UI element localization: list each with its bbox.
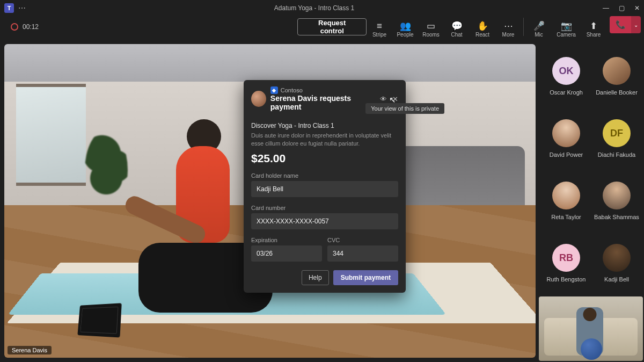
share-button[interactable]: ⬆ Share bbox=[581, 16, 606, 38]
participant-photo-avatar bbox=[603, 244, 631, 272]
participant-tile[interactable]: David Power bbox=[541, 107, 591, 170]
participant-name: Diachi Fakuda bbox=[598, 151, 635, 158]
participant-tile[interactable]: Kadji Bell bbox=[591, 232, 642, 294]
participant-name: Babak Shammas bbox=[594, 214, 639, 220]
camera-icon: 📷 bbox=[561, 21, 572, 31]
presenter-name-tag: Serena Davis bbox=[8, 346, 52, 354]
privacy-icon[interactable]: 👁 bbox=[380, 95, 387, 103]
participant-initials-avatar: DF bbox=[603, 119, 631, 147]
record-icon bbox=[11, 23, 18, 31]
share-icon: ⬆ bbox=[590, 21, 597, 31]
rooms-icon: ▭ bbox=[427, 21, 435, 31]
mic-button[interactable]: 🎤 Mic bbox=[526, 16, 552, 38]
participant-initials-avatar: RB bbox=[552, 244, 580, 272]
participant-tile[interactable]: OKOscar Krogh bbox=[541, 45, 591, 107]
cardholder-label: Card holder name bbox=[251, 172, 398, 179]
cvc-input[interactable] bbox=[327, 245, 398, 262]
teams-logo-icon: T bbox=[4, 3, 14, 13]
stripe-app-button[interactable]: ≡ Stripe bbox=[367, 16, 392, 38]
participant-name: Danielle Booker bbox=[596, 89, 638, 96]
cardnumber-label: Card number bbox=[251, 205, 398, 211]
participant-roster: OKOscar KroghDanielle BookerDavid PowerD… bbox=[539, 44, 644, 294]
react-button[interactable]: ✋ React bbox=[470, 16, 495, 38]
payment-amount: $25.00 bbox=[251, 152, 398, 165]
participant-tile[interactable]: Babak Shammas bbox=[591, 170, 642, 232]
people-button[interactable]: 👥 People bbox=[392, 16, 418, 38]
requester-avatar bbox=[251, 91, 266, 107]
camera-button[interactable]: 📷 Camera bbox=[552, 16, 581, 38]
recording-indicator: 00:12 bbox=[11, 23, 39, 31]
chat-icon: 💬 bbox=[451, 21, 463, 31]
participant-name: David Power bbox=[550, 151, 583, 158]
participant-tile[interactable]: DFDiachi Fakuda bbox=[591, 107, 642, 170]
window-minimize-button[interactable]: — bbox=[603, 4, 609, 12]
cardholder-input[interactable] bbox=[251, 181, 398, 197]
toolbar-separator bbox=[523, 18, 524, 36]
app-menu-ellipsis[interactable]: ⋯ bbox=[18, 4, 26, 12]
participant-photo-avatar bbox=[603, 182, 631, 209]
window-close-button[interactable]: ✕ bbox=[634, 4, 640, 12]
participant-name: Ruth Bengston bbox=[547, 276, 586, 283]
participant-photo-avatar bbox=[552, 119, 580, 147]
window-maximize-button[interactable]: ▢ bbox=[619, 4, 625, 12]
close-modal-button[interactable]: ✕ bbox=[392, 95, 398, 103]
participant-photo-avatar bbox=[552, 182, 580, 209]
more-button[interactable]: ⋯ More bbox=[495, 16, 521, 38]
leave-button[interactable]: 📞 bbox=[610, 16, 631, 33]
meeting-toolbar: 00:12 Request control ≡ Stripe 👥 People … bbox=[0, 16, 644, 38]
mic-icon: 🎤 bbox=[533, 21, 545, 31]
participant-tile[interactable]: Reta Taylor bbox=[541, 170, 591, 232]
submit-payment-button[interactable]: Submit payment bbox=[333, 270, 398, 285]
help-button[interactable]: Help bbox=[302, 270, 329, 285]
request-control-button[interactable]: Request control bbox=[297, 18, 367, 35]
hangup-icon: 📞 bbox=[616, 20, 626, 30]
more-icon: ⋯ bbox=[504, 21, 513, 31]
participant-tile[interactable]: Danielle Booker bbox=[591, 45, 642, 107]
recording-elapsed: 00:12 bbox=[23, 23, 39, 31]
product-description: Duis aute irure dolor in reprehenderit i… bbox=[251, 132, 398, 148]
leave-split-button: 📞 ⌄ bbox=[610, 16, 641, 33]
cvc-label: CVC bbox=[327, 237, 398, 243]
self-video-tile[interactable] bbox=[539, 296, 643, 361]
vendor-name: Contoso bbox=[281, 87, 303, 93]
chevron-down-icon: ⌄ bbox=[634, 22, 638, 28]
window-title: Adatum Yoga - Intro Class 1 bbox=[26, 4, 603, 12]
participant-name: Reta Taylor bbox=[551, 214, 581, 220]
expiration-input[interactable] bbox=[251, 245, 322, 262]
product-title: Discover Yoga - Intro Class 1 bbox=[251, 122, 398, 129]
expiration-label: Expiration bbox=[251, 237, 322, 243]
cardnumber-input[interactable] bbox=[251, 213, 398, 229]
payment-request-card: ◆ Contoso Serena Davis requests payment … bbox=[244, 80, 406, 293]
rooms-button[interactable]: ▭ Rooms bbox=[418, 16, 444, 38]
leave-options-button[interactable]: ⌄ bbox=[631, 16, 641, 33]
chat-button[interactable]: 💬 Chat bbox=[444, 16, 470, 38]
participant-photo-avatar bbox=[603, 57, 631, 85]
stripe-icon: ≡ bbox=[377, 21, 382, 31]
people-icon: 👥 bbox=[400, 21, 411, 31]
app-badge-icon: ◆ bbox=[270, 86, 278, 94]
participant-name: Oscar Krogh bbox=[550, 89, 583, 96]
participant-name: Kadji Bell bbox=[604, 276, 629, 283]
window-title-bar: T ⋯ Adatum Yoga - Intro Class 1 — ▢ ✕ bbox=[0, 0, 644, 16]
privacy-tooltip: Your view of this is private bbox=[365, 103, 444, 114]
participant-tile[interactable]: RBRuth Bengston bbox=[541, 232, 591, 294]
react-icon: ✋ bbox=[477, 21, 488, 31]
participant-initials-avatar: OK bbox=[552, 57, 580, 85]
modal-title: Serena Davis requests payment bbox=[270, 94, 376, 111]
